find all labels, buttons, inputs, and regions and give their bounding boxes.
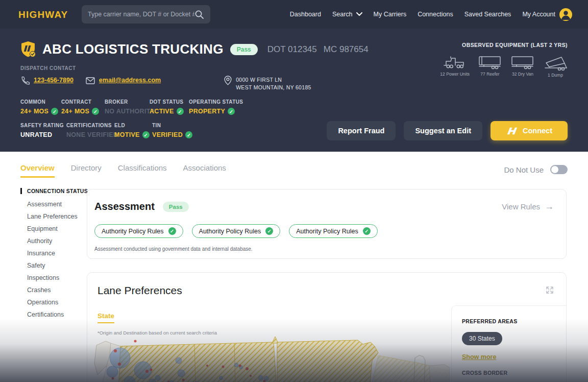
sidebar-item-assessment[interactable]: Assessment bbox=[20, 201, 84, 208]
status-certifications: CERTIFICATIONS NONE VERIFIED bbox=[66, 123, 118, 138]
sidebar-item-authority[interactable]: Authority bbox=[20, 237, 84, 245]
status-contract: CONTRACT 24+ MOS bbox=[61, 99, 99, 115]
section-sidebar: CONNECTION STATUS Assessment Lane Prefer… bbox=[20, 188, 84, 323]
pass-status-badge: Pass bbox=[230, 44, 258, 55]
show-more-link[interactable]: Show more bbox=[462, 353, 496, 361]
status-safety-rating: SAFETY RATING UNRATED bbox=[20, 123, 64, 138]
status-dot-status: DOT STATUS ACTIVE bbox=[150, 99, 184, 115]
lane-preferences-card: Lane Preferences State *Origin and Desti… bbox=[87, 272, 567, 382]
search-input[interactable] bbox=[88, 11, 194, 18]
equipment-dump: 1 Dump bbox=[543, 55, 568, 78]
envelope-icon bbox=[86, 77, 95, 84]
sidebar-item-crashes[interactable]: Crashes bbox=[20, 286, 84, 294]
nav-item-my-account[interactable]: My Account bbox=[522, 8, 573, 21]
topnav-links: Dashboard Search My Carriers Connections… bbox=[290, 0, 573, 29]
check-icon bbox=[185, 131, 192, 138]
authority-policy-rules-pill[interactable]: Authority Policy Rules bbox=[94, 224, 183, 238]
observed-equipment-title: OBSERVED EQUIPMENT (LAST 2 YRS) bbox=[440, 42, 568, 48]
email-link[interactable]: email@address.com bbox=[99, 77, 161, 84]
report-fraud-button[interactable]: Report Fraud bbox=[327, 121, 396, 140]
status-tin: TIN VERIFIED bbox=[152, 123, 192, 138]
lane-preferences-title: Lane Preferences bbox=[97, 284, 182, 297]
dump-trailer-icon bbox=[543, 55, 568, 70]
check-icon bbox=[177, 108, 184, 115]
sidebar-item-certifications[interactable]: Certifications bbox=[20, 311, 84, 318]
states-count-badge[interactable]: 30 States bbox=[462, 332, 502, 345]
dot-number: DOT 012345 bbox=[267, 44, 317, 55]
toggle-knob bbox=[551, 166, 558, 173]
authority-policy-rules-pill[interactable]: Authority Policy Rules bbox=[192, 224, 281, 238]
tab-classifications[interactable]: Classifications bbox=[118, 163, 167, 178]
phone-link[interactable]: 123-456-7890 bbox=[34, 77, 74, 84]
check-icon bbox=[142, 131, 150, 138]
equipment-reefer: 77 Reefer bbox=[478, 55, 502, 78]
phone-icon bbox=[20, 76, 30, 86]
status-eld: ELD MOTIVE bbox=[114, 123, 150, 138]
tab-directory[interactable]: Directory bbox=[71, 163, 102, 178]
page-tabs: Overview Directory Classifications Assoc… bbox=[20, 163, 226, 178]
carrier-search-box[interactable] bbox=[82, 5, 210, 23]
check-icon bbox=[363, 227, 371, 235]
nav-item-dashboard[interactable]: Dashboard bbox=[290, 11, 321, 18]
check-icon bbox=[92, 108, 99, 115]
equipment-power-units: 12 Power Units bbox=[440, 55, 470, 78]
carrier-header: ABC LOGISTICS TRUCKING Pass DOT 012345 M… bbox=[0, 29, 588, 152]
arrow-right-icon bbox=[545, 202, 554, 211]
sidebar-item-equipment[interactable]: Equipment bbox=[20, 225, 84, 232]
dispatch-contact-label: DISPATCH CONTACT bbox=[20, 65, 76, 71]
reefer-trailer-icon bbox=[478, 55, 502, 69]
address-line2: WEST MOUNTAIN, NY 60185 bbox=[236, 84, 311, 91]
nav-item-my-carriers[interactable]: My Carriers bbox=[374, 11, 407, 18]
do-not-use-label: Do Not Use bbox=[504, 165, 544, 174]
assessment-footnote: Assessment conducted using government da… bbox=[94, 246, 253, 252]
sidebar-item-safety[interactable]: Safety bbox=[20, 262, 84, 269]
highway-mark-icon bbox=[506, 127, 518, 135]
nav-item-connections[interactable]: Connections bbox=[418, 11, 453, 18]
account-avatar-icon[interactable] bbox=[559, 8, 573, 21]
nav-item-search[interactable]: Search bbox=[332, 11, 362, 18]
authority-policy-rules-pill[interactable]: Authority Policy Rules bbox=[289, 224, 378, 238]
phone-contact: 123-456-7890 bbox=[20, 76, 74, 86]
preferred-areas-label: PREFERRED AREAS bbox=[462, 318, 556, 324]
location-pin-icon bbox=[224, 76, 232, 85]
status-common: COMMON 24+ MOS bbox=[20, 99, 58, 115]
carrier-shield-icon bbox=[20, 41, 36, 58]
email-contact: email@address.com bbox=[86, 76, 161, 84]
view-rules-link[interactable]: View Rules bbox=[502, 202, 554, 211]
sidebar-title: CONNECTION STATUS bbox=[20, 188, 84, 194]
company-name: ABC LOGISTICS TRUCKING bbox=[42, 41, 224, 57]
sidebar-item-lane-preferences[interactable]: Lane Preferences bbox=[20, 213, 84, 220]
sidebar-item-inspections[interactable]: Inspections bbox=[20, 274, 84, 281]
check-icon bbox=[265, 227, 273, 235]
search-icon[interactable] bbox=[194, 10, 204, 19]
address-contact: 0000 W FIRST LN WEST MOUNTAIN, NY 60185 bbox=[224, 76, 311, 91]
do-not-use-toggle[interactable] bbox=[550, 165, 568, 174]
check-icon bbox=[168, 227, 176, 235]
check-icon bbox=[228, 108, 235, 115]
dry-van-trailer-icon bbox=[510, 55, 535, 69]
assessment-title: Assessment bbox=[94, 201, 155, 212]
cross-border-label: CROSS BORDER bbox=[462, 370, 556, 376]
address-line1: 0000 W FIRST LN bbox=[236, 76, 311, 84]
chevron-down-icon bbox=[356, 12, 362, 16]
highway-logo[interactable]: HIGHWAY bbox=[18, 9, 68, 20]
sidebar-item-operations[interactable]: Operations bbox=[20, 299, 84, 306]
tab-overview[interactable]: Overview bbox=[20, 163, 55, 178]
top-navigation-bar: HIGHWAY Dashboard Search My Carriers Con… bbox=[0, 0, 588, 29]
mc-number: MC 987654 bbox=[324, 44, 369, 55]
status-broker: BROKER NO AUTHORITY bbox=[105, 99, 155, 115]
suggest-edit-button[interactable]: Suggest an Edit bbox=[404, 121, 482, 140]
check-icon bbox=[51, 108, 58, 115]
sidebar-item-insurance[interactable]: Insurance bbox=[20, 250, 84, 257]
connect-button[interactable]: Connect bbox=[491, 121, 568, 140]
lane-preferences-map[interactable] bbox=[92, 335, 450, 382]
lane-tab-state[interactable]: State bbox=[97, 312, 114, 323]
nav-item-saved-searches[interactable]: Saved Searches bbox=[464, 11, 511, 18]
status-operating-status: OPERATING STATUS PROPERTY bbox=[189, 99, 243, 115]
assessment-card: Assessment Pass View Rules Authority Pol… bbox=[87, 189, 567, 259]
assessment-pass-badge: Pass bbox=[163, 202, 189, 212]
expand-icon[interactable] bbox=[546, 286, 554, 294]
tab-associations[interactable]: Associations bbox=[183, 163, 226, 178]
power-unit-icon bbox=[443, 55, 467, 69]
equipment-dry-van: 32 Dry Van bbox=[510, 55, 535, 78]
